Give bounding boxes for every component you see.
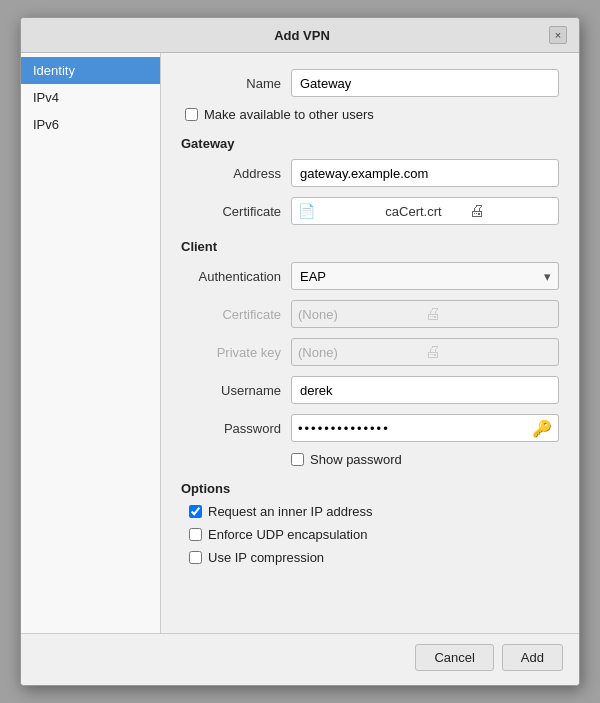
sidebar-item-identity[interactable]: Identity	[21, 57, 160, 84]
make-available-label[interactable]: Make available to other users	[204, 107, 374, 122]
file-icon: 📄	[298, 203, 381, 219]
show-password-label[interactable]: Show password	[310, 452, 402, 467]
option3-label[interactable]: Use IP compression	[208, 550, 324, 565]
dialog-body: Identity IPv4 IPv6 Name Make available t…	[21, 53, 579, 633]
gateway-cert-label: Certificate	[181, 204, 281, 219]
sidebar-item-ipv6[interactable]: IPv6	[21, 111, 160, 138]
gateway-section-title: Gateway	[181, 136, 559, 151]
gateway-cert-value: caCert.crt	[385, 204, 468, 219]
private-key-placeholder: (None)	[298, 345, 425, 360]
make-available-checkbox[interactable]	[185, 108, 198, 121]
option1-label[interactable]: Request an inner IP address	[208, 504, 373, 519]
show-password-checkbox[interactable]	[291, 453, 304, 466]
private-key-label: Private key	[181, 345, 281, 360]
password-field: 🔑	[291, 414, 559, 442]
address-row: Address	[181, 159, 559, 187]
password-label: Password	[181, 421, 281, 436]
option2-row: Enforce UDP encapsulation	[189, 527, 559, 542]
gateway-cert-field: 📄 caCert.crt 🖨	[291, 197, 559, 225]
auth-row: Authentication EAP Certificates Password	[181, 262, 559, 290]
private-key-row: Private key (None) 🖨	[181, 338, 559, 366]
name-row: Name	[181, 69, 559, 97]
dialog-footer: Cancel Add	[21, 633, 579, 685]
client-section-title: Client	[181, 239, 559, 254]
client-cert-row: Certificate (None) 🖨	[181, 300, 559, 328]
cert-browse-icon[interactable]: 🖨	[469, 202, 552, 220]
option2-checkbox[interactable]	[189, 528, 202, 541]
client-cert-browse-icon: 🖨	[425, 305, 552, 323]
name-label: Name	[181, 76, 281, 91]
password-input[interactable]	[298, 421, 532, 436]
username-row: Username	[181, 376, 559, 404]
make-available-row: Make available to other users	[185, 107, 559, 122]
auth-select[interactable]: EAP Certificates Password	[291, 262, 559, 290]
cancel-button[interactable]: Cancel	[415, 644, 493, 671]
client-cert-label: Certificate	[181, 307, 281, 322]
dialog-title: Add VPN	[55, 28, 549, 43]
client-cert-field: (None) 🖨	[291, 300, 559, 328]
username-input[interactable]	[291, 376, 559, 404]
title-bar: Add VPN ×	[21, 18, 579, 53]
private-key-browse-icon: 🖨	[425, 343, 552, 361]
private-key-field: (None) 🖨	[291, 338, 559, 366]
sidebar: Identity IPv4 IPv6	[21, 53, 161, 633]
options-section-title: Options	[181, 481, 559, 496]
address-label: Address	[181, 166, 281, 181]
add-button[interactable]: Add	[502, 644, 563, 671]
content-area: Name Make available to other users Gatew…	[161, 53, 579, 633]
auth-label: Authentication	[181, 269, 281, 284]
option1-checkbox[interactable]	[189, 505, 202, 518]
name-input[interactable]	[291, 69, 559, 97]
auth-select-wrap: EAP Certificates Password	[291, 262, 559, 290]
show-password-row: Show password	[291, 452, 559, 467]
option3-checkbox[interactable]	[189, 551, 202, 564]
sidebar-item-ipv4[interactable]: IPv4	[21, 84, 160, 111]
option1-row: Request an inner IP address	[189, 504, 559, 519]
option3-row: Use IP compression	[189, 550, 559, 565]
option2-label[interactable]: Enforce UDP encapsulation	[208, 527, 367, 542]
gateway-cert-row: Certificate 📄 caCert.crt 🖨	[181, 197, 559, 225]
add-vpn-dialog: Add VPN × Identity IPv4 IPv6 Name Mak	[20, 17, 580, 686]
client-cert-placeholder: (None)	[298, 307, 425, 322]
username-label: Username	[181, 383, 281, 398]
key-icon[interactable]: 🔑	[532, 419, 552, 438]
password-row: Password 🔑	[181, 414, 559, 442]
close-button[interactable]: ×	[549, 26, 567, 44]
address-input[interactable]	[291, 159, 559, 187]
